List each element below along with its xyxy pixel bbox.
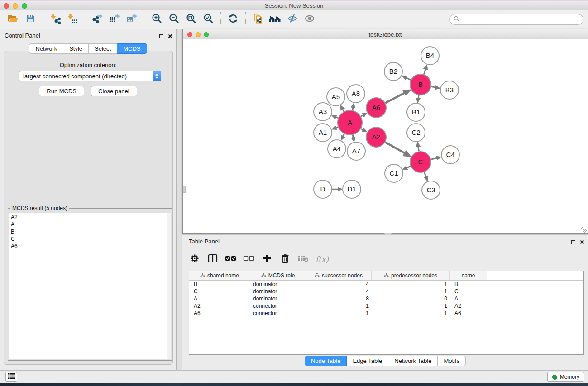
network-view-window: testGlobe.txt B4B2BB3A8A5A6A3B1AC2A1A2A4… — [182, 29, 588, 234]
graph-edge-C-C3[interactable] — [424, 172, 427, 180]
column-header-successor-nodes[interactable]: successor nodes — [306, 271, 372, 280]
network-canvas[interactable]: B4B2BB3A8A5A6A3B1AC2A1A2A4A7C4CC1C3DD1 — [183, 39, 587, 233]
tab-motifs[interactable]: Motifs — [438, 356, 466, 366]
export-image-icon — [126, 13, 138, 26]
zoom-fit-button[interactable] — [182, 11, 200, 28]
open-session-button[interactable] — [5, 11, 22, 28]
search-field[interactable] — [449, 14, 583, 25]
float-panel-icon[interactable] — [159, 34, 163, 38]
graph-edge-B-B2[interactable] — [403, 76, 411, 80]
window-title: Session: New Session — [0, 2, 588, 9]
graph-edge-A2-C[interactable] — [385, 142, 409, 156]
import-table-button[interactable] — [64, 11, 81, 28]
graph-edge-B-B1[interactable] — [418, 95, 419, 102]
tab-select[interactable]: Select — [89, 43, 117, 54]
zoom-selected-button[interactable] — [200, 11, 217, 28]
close-panel-button[interactable]: Close panel — [91, 86, 137, 96]
hide-selected-button[interactable] — [284, 11, 301, 28]
search-icon — [454, 15, 459, 24]
tab-mcds[interactable]: MCDS — [117, 43, 147, 54]
table-cell: C — [450, 288, 487, 295]
result-item[interactable]: A2 — [9, 214, 167, 221]
graph-node-label-A5: A5 — [332, 93, 340, 100]
graph-node-label-A6: A6 — [372, 104, 380, 111]
graph-edge-A6-B[interactable] — [385, 91, 409, 103]
graph-edge-B-B3[interactable] — [431, 86, 439, 88]
add-row-button[interactable] — [261, 253, 273, 265]
tab-network-table[interactable]: Network Table — [388, 356, 438, 366]
table-row[interactable]: A6connector11A6 — [189, 310, 583, 317]
result-item[interactable]: A — [9, 221, 167, 228]
refresh-layout-button[interactable] — [225, 11, 242, 28]
export-image-button[interactable] — [123, 11, 140, 28]
column-header-MCDS-role[interactable]: MCDS role — [250, 271, 306, 280]
optimization-criterion-select[interactable]: largest connected component (directed) — [19, 71, 161, 81]
close-panel-icon[interactable] — [168, 32, 172, 40]
table-settings-button[interactable] — [189, 253, 201, 265]
result-item[interactable]: C — [9, 235, 167, 243]
graph-edge-A-A2[interactable] — [361, 129, 366, 132]
table-row[interactable]: A2connector11A2 — [189, 302, 583, 310]
tab-edge-table[interactable]: Edge Table — [347, 356, 388, 366]
graph-edge-A-A3[interactable] — [333, 116, 338, 118]
graph-node-label-C4: C4 — [446, 151, 454, 158]
first-neighbors-button[interactable] — [267, 11, 284, 28]
resize-grip[interactable] — [581, 227, 587, 233]
column-header-name[interactable]: name — [450, 271, 487, 280]
search-input[interactable] — [461, 15, 583, 24]
graph-edge-A-A8[interactable] — [353, 104, 354, 110]
graph-edge-A-A1[interactable] — [333, 127, 338, 129]
task-history-button[interactable] — [5, 372, 17, 382]
graph-node-label-D1: D1 — [347, 185, 356, 193]
graph-edge-A-A5[interactable] — [341, 106, 344, 112]
table-row[interactable]: Adominator80A — [189, 295, 583, 302]
function-builder-button[interactable]: f(x) — [316, 253, 329, 265]
column-header-predecessor-nodes[interactable]: predecessor nodes — [372, 271, 450, 280]
tab-network[interactable]: Network — [29, 43, 63, 54]
table-cell: connector — [250, 310, 306, 317]
show-column-button[interactable] — [207, 253, 219, 265]
memory-button[interactable]: Memory — [547, 372, 584, 382]
delete-table-icon — [298, 254, 309, 264]
table-cell: 8 — [306, 295, 372, 302]
graph-edge-A-A4[interactable] — [342, 134, 344, 139]
float-table-panel-icon[interactable] — [571, 240, 575, 244]
graph-edge-C-C1[interactable] — [404, 166, 411, 169]
graph-edge-C-C4[interactable] — [431, 157, 440, 160]
new-network-from-selection-button[interactable] — [249, 11, 267, 28]
import-network-button[interactable] — [47, 11, 64, 28]
hierarchy-icon — [315, 272, 320, 279]
trash-icon — [281, 253, 290, 265]
run-mcds-button[interactable]: Run MCDS — [39, 86, 84, 96]
result-item[interactable]: A6 — [9, 243, 167, 250]
export-table-button[interactable] — [106, 11, 123, 28]
column-header-label: shared name — [207, 272, 239, 279]
export-network-button[interactable] — [89, 11, 106, 28]
delete-table-button[interactable] — [297, 253, 309, 265]
unselect-all-button[interactable] — [243, 253, 255, 265]
result-scrollbar[interactable] — [167, 213, 171, 359]
zoom-selected-icon — [203, 13, 214, 26]
node-table-body: Bdominator41BCdominator41CAdominator80AA… — [189, 281, 583, 317]
show-all-button[interactable] — [301, 11, 318, 28]
network-window-titlebar[interactable]: testGlobe.txt — [183, 29, 588, 39]
tab-node-table[interactable]: Node Table — [305, 356, 347, 366]
select-all-button[interactable] — [225, 253, 237, 265]
table-panel: Table Panel f(x) shared nameMCDS rolesuc… — [182, 235, 588, 370]
graph-edge-C-C2[interactable] — [418, 143, 419, 151]
delete-row-button[interactable] — [279, 253, 291, 265]
table-row[interactable]: Bdominator41B — [189, 281, 583, 288]
graph-edge-B-B4[interactable] — [424, 66, 427, 74]
result-item[interactable]: B — [9, 228, 167, 235]
close-table-panel-icon[interactable] — [580, 238, 584, 246]
save-session-button[interactable] — [22, 11, 39, 28]
column-header-shared-name[interactable]: shared name — [189, 271, 250, 280]
graph-edge-A-A7[interactable] — [353, 135, 354, 141]
graph-edge-A-A6[interactable] — [361, 114, 366, 117]
zoom-out-button[interactable] — [165, 11, 182, 28]
vertical-scroll-nub[interactable] — [183, 186, 186, 193]
table-row[interactable]: Cdominator41C — [189, 288, 583, 295]
table-cell: C — [189, 288, 250, 295]
tab-style[interactable]: Style — [63, 43, 89, 54]
zoom-in-button[interactable] — [148, 11, 165, 28]
